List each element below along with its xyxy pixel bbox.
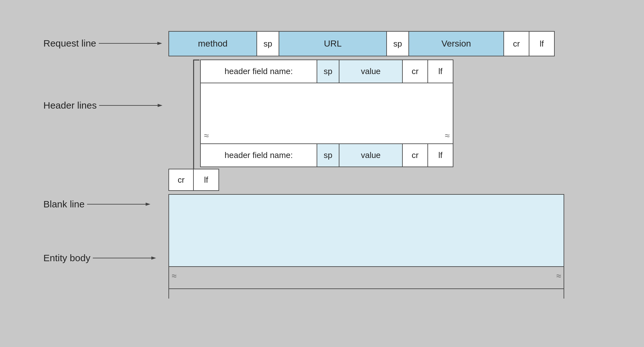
diagram-area: method sp URL sp Version cr lf: [168, 25, 590, 322]
header-lf1-cell: lf: [428, 60, 453, 83]
entity-body-bottom-border: [168, 288, 564, 289]
svg-marker-5: [146, 203, 150, 206]
header-sp1-cell: sp: [317, 60, 339, 83]
header-bracket: [193, 60, 199, 177]
header-cr1-cell: cr: [403, 60, 428, 83]
url-cell: URL: [279, 31, 387, 56]
sp1-cell: sp: [257, 31, 279, 56]
label-blank-line: Blank line: [43, 199, 150, 210]
entity-body-container: ≈ ≈: [168, 194, 564, 299]
lf1-cell: lf: [529, 31, 555, 56]
request-line-row: method sp URL sp Version cr lf: [168, 31, 590, 56]
header-row-1: header field name: sp value cr lf: [200, 60, 590, 83]
label-header-lines: Header lines: [43, 100, 162, 111]
header-row-2: header field name: sp value cr lf: [200, 143, 590, 167]
page-background: Request line Header lines Blank line Ent…: [0, 0, 644, 347]
version-cell: Version: [409, 31, 504, 56]
header-value2-cell: value: [339, 143, 403, 167]
entity-body-right-border: [564, 267, 564, 299]
sp2-cell: sp: [387, 31, 409, 56]
label-request-line: Request line: [43, 38, 162, 49]
entity-body-cell: [168, 194, 564, 267]
entity-body-arrow: [93, 255, 156, 261]
zigzag-entity-bottom-left: ≈: [172, 271, 176, 281]
header-name1-cell: header field name:: [200, 60, 317, 83]
zigzag-top-left: ≈: [204, 131, 209, 141]
zigzag-entity-bottom-right: ≈: [556, 271, 561, 281]
header-value1-cell: value: [339, 60, 403, 83]
entity-body-left-border: [168, 267, 169, 299]
zigzag-top-right: ≈: [445, 131, 450, 141]
blank-line-arrow: [87, 201, 150, 207]
svg-marker-1: [157, 42, 162, 45]
blank-line-row: cr lf: [168, 169, 219, 191]
header-gap: ≈ ≈: [200, 83, 453, 143]
blank-cr-cell: cr: [168, 169, 194, 191]
header-cr2-cell: cr: [403, 143, 428, 167]
method-cell: method: [168, 31, 257, 56]
svg-marker-3: [158, 104, 162, 107]
svg-marker-7: [151, 256, 156, 260]
label-entity-body: Entity body: [43, 253, 156, 263]
request-line-arrow: [99, 40, 162, 47]
header-name2-cell: header field name:: [200, 143, 317, 167]
header-lines-arrow: [99, 102, 162, 109]
cr1-cell: cr: [504, 31, 529, 56]
blank-lf-cell: lf: [194, 169, 219, 191]
header-sp2-cell: sp: [317, 143, 339, 167]
header-lf2-cell: lf: [428, 143, 453, 167]
